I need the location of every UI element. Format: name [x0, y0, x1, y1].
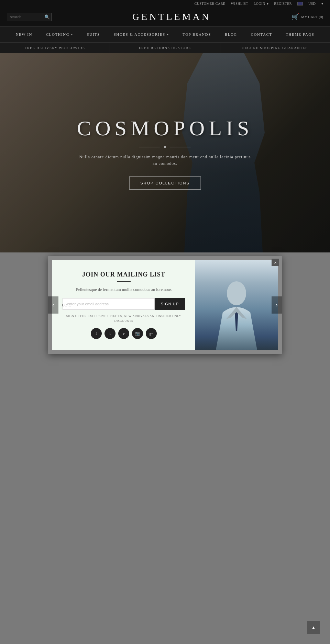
nav-item-top-brands[interactable]: TOP BRANDS: [176, 27, 218, 42]
social-icons-row: f t v 📷 g+: [91, 328, 157, 339]
search-input[interactable]: [10, 15, 44, 19]
carousel-left-label: LO...: [62, 303, 72, 307]
social-vimeo-icon[interactable]: v: [118, 328, 129, 339]
svg-point-0: [227, 281, 246, 305]
nav-item-contact[interactable]: CONTACT: [244, 27, 279, 42]
hero-divider-line-left: [139, 147, 160, 147]
currency-selector[interactable]: USD: [308, 2, 316, 5]
nav-item-new-in[interactable]: NEW IN: [9, 27, 39, 42]
customer-care-link[interactable]: CUSTOMER CARE: [194, 2, 225, 5]
popup-close-button[interactable]: ×: [272, 259, 279, 266]
popup-email-input[interactable]: [63, 298, 155, 310]
utility-bar: CUSTOMER CARE WISHLIST LOGIN ▾ REGISTER …: [0, 0, 330, 7]
hero-divider-symbol: ✕: [163, 145, 167, 150]
popup-heading: JOIN OUR MAILING LIST: [82, 271, 165, 278]
social-instagram-icon[interactable]: 📷: [132, 328, 143, 339]
nav-item-theme-faqs[interactable]: THEME FAQS: [279, 27, 321, 42]
cart-icon: 🛒: [292, 13, 299, 21]
login-link[interactable]: LOGIN: [254, 2, 265, 5]
popup-model-figure: [195, 260, 278, 350]
popup-signup-button[interactable]: SIGN UP: [155, 298, 185, 310]
cart-area[interactable]: 🛒 MY CART (0): [292, 13, 323, 21]
social-googleplus-icon[interactable]: g+: [146, 328, 157, 339]
login-arrow: ▾: [267, 2, 269, 5]
site-title: GENTLEMAN: [132, 11, 211, 22]
popup-small-text: SIGN UP FOR EXCLUSIVE UPDATES, NEW ARRIV…: [63, 314, 185, 323]
hero-cta-button[interactable]: SHOP COLLECTIONS: [129, 177, 201, 190]
nav-item-shoes-accessories[interactable]: SHOES & ACCESSORIES ▾: [107, 27, 176, 42]
hero-divider-line-right: [170, 147, 191, 147]
clothing-dropdown-arrow: ▾: [71, 33, 73, 36]
popup-overlay: × ‹ › LO... ES... JOIN OUR MAILING LIST …: [0, 256, 330, 354]
scroll-to-top-button[interactable]: ▲: [307, 621, 320, 634]
nav-item-blog[interactable]: BLOG: [218, 27, 244, 42]
wishlist-link[interactable]: WISHLIST: [231, 2, 248, 5]
shoes-dropdown-arrow: ▾: [167, 33, 169, 36]
header: 🔍 GENTLEMAN 🛒 MY CART (0): [0, 7, 330, 26]
nav-item-clothing[interactable]: CLOTHING ▾: [39, 27, 80, 42]
social-facebook-icon[interactable]: f: [91, 328, 102, 339]
carousel-left-arrow[interactable]: ‹: [48, 296, 58, 314]
hero-section: COSMOPOLIS ✕ Nulla ornare dictum nulla d…: [0, 53, 330, 252]
nav-item-suits[interactable]: SUITS: [80, 27, 107, 42]
promo-item-security: SECURE SHOPPING GUARANTEE: [220, 43, 330, 53]
popup-email-row: SIGN UP: [63, 298, 185, 310]
popup-right-panel: [195, 260, 278, 350]
currency-arrow: ▾: [321, 2, 323, 5]
promo-bar: FREE DELIVERY WORLDWIDE FREE RETURNS IN-…: [0, 42, 330, 53]
popup-inner: JOIN OUR MAILING LIST Pellentesque de fe…: [52, 260, 278, 350]
popup-container: × ‹ › LO... ES... JOIN OUR MAILING LIST …: [48, 256, 282, 354]
search-button[interactable]: 🔍: [44, 14, 50, 20]
hero-subtitle: Nulla ornare dictum nulla dignissim magn…: [77, 154, 253, 167]
popup-description: Pellentesque de fermentum mollis comodou…: [76, 286, 172, 293]
popup-left-panel: JOIN OUR MAILING LIST Pellentesque de fe…: [52, 260, 195, 350]
gray-section: × ‹ › LO... ES... JOIN OUR MAILING LIST …: [0, 252, 330, 390]
cart-label: MY CART (0): [301, 15, 323, 19]
promo-item-returns: FREE RETURNS IN-STORE: [110, 43, 220, 53]
social-twitter-icon[interactable]: t: [104, 328, 116, 339]
extra-gray-area: [0, 390, 330, 644]
hero-divider: ✕: [77, 145, 253, 150]
hero-content: COSMOPOLIS ✕ Nulla ornare dictum nulla d…: [77, 116, 253, 190]
promo-item-delivery: FREE DELIVERY WORLDWIDE: [0, 43, 110, 53]
nav-bar: NEW IN CLOTHING ▾ SUITS SHOES & ACCESSOR…: [0, 26, 330, 42]
hero-title: COSMOPOLIS: [77, 116, 253, 140]
currency-flag: [297, 2, 303, 5]
search-wrapper[interactable]: 🔍: [7, 13, 52, 21]
register-link[interactable]: REGISTER: [274, 2, 292, 5]
carousel-right-arrow[interactable]: ›: [272, 296, 282, 314]
popup-heading-underline: [117, 281, 131, 282]
